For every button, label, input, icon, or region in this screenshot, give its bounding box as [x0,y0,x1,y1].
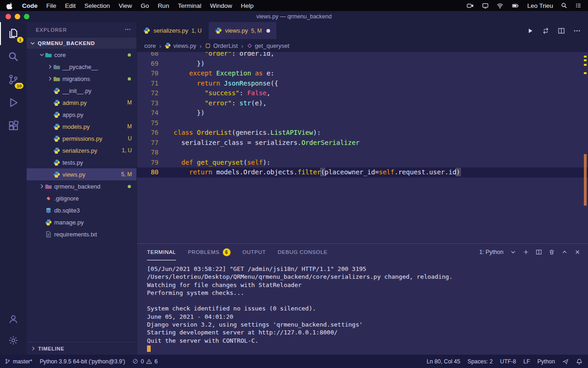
terminal-shell-selector[interactable]: 1: Python [479,249,503,255]
panel-tab-output[interactable]: OUTPUT [243,244,266,260]
run-debug-icon [8,97,19,108]
activitybar-search[interactable] [0,45,27,68]
tree-item-apps-py[interactable]: apps.py [27,109,136,121]
indentation-status[interactable]: Spaces: 2 [468,358,493,365]
code-text: return models.Order.objects.filter(place… [158,167,460,178]
tree-item-qrmenu-backend[interactable]: qrmenu_backend [27,180,136,192]
window-titlebar: views.py — qrmenu_backend [0,11,588,22]
tree-item-db-sqlite3[interactable]: db.sqlite3 [27,204,136,216]
code-text [158,118,174,128]
python-file-icon [53,111,60,118]
explorer-icon [8,28,19,39]
problems-status[interactable]: 06 [132,358,158,365]
wifi-icon[interactable] [497,2,503,9]
line-number: 73 [137,98,158,109]
language-mode-status[interactable]: Python [537,358,555,365]
tree-item-models-py[interactable]: models.pyM [27,121,136,132]
tree-item-tests-py[interactable]: tests.py [27,156,136,168]
menu-view[interactable]: View [119,2,132,9]
menubar-username[interactable]: Leo Trieu [527,2,553,9]
menu-selection[interactable]: Selection [85,2,110,9]
panel-tab-debug-console[interactable]: DEBUG CONSOLE [278,244,328,260]
chevron-right-icon [30,345,36,351]
activitybar-settings[interactable] [0,330,27,351]
unsaved-dot[interactable] [266,29,270,33]
git-status-badge: M [127,99,132,106]
panel-tab-terminal[interactable]: TERMINAL [147,244,176,260]
panel-tab-problems[interactable]: PROBLEMS6 [188,244,231,260]
breadcrumb-item-core[interactable]: core [144,42,156,49]
tree-item-manage-py[interactable]: manage.py [27,216,136,228]
cursor-position-status[interactable]: Ln 80, Col 45 [427,358,460,365]
menu-help[interactable]: Help [241,2,254,9]
maximize-panel-icon[interactable] [561,249,568,255]
tree-item-admin-py[interactable]: admin.pyM [27,97,136,109]
activitybar-source-control[interactable]: 10 [0,68,27,91]
menu-code[interactable]: Code [22,2,38,9]
spotlight-icon[interactable] [561,2,567,9]
split-terminal-icon[interactable] [536,249,542,255]
menu-edit[interactable]: Edit [65,2,76,9]
run-python-file-icon[interactable] [526,27,534,34]
terminal-output[interactable]: [05/Jun/2021 03:58:22] "GET /admin/jsi18… [137,260,588,352]
menu-file[interactable]: File [46,2,57,9]
activitybar-run-debug[interactable] [0,91,27,114]
menu-window[interactable]: Window [210,2,232,9]
tree-item-pycache[interactable]: __pycache__ [27,61,136,73]
menu-go[interactable]: Go [141,2,149,9]
menu-terminal[interactable]: Terminal [178,2,201,9]
breadcrumb-item-get-queryset[interactable]: get_queryset [247,42,289,49]
activitybar-explorer[interactable]: 1 [0,22,27,45]
editor-tab-serializers-py[interactable]: serializers.py1, U [137,22,209,39]
split-editor-icon[interactable] [558,27,565,34]
breadcrumb-item-orderlist[interactable]: OrderList [205,42,237,49]
battery-icon[interactable] [511,2,520,9]
timeline-section[interactable]: TIMELINE [27,342,136,355]
open-changes-icon[interactable] [542,27,549,34]
overview-mark [584,72,587,74]
editor-tab-views-py[interactable]: views.py5, M [209,22,277,39]
more-actions-icon[interactable] [124,26,131,33]
tree-item-core[interactable]: core [27,49,136,61]
eol-status[interactable]: LF [523,358,530,365]
kill-terminal-icon[interactable] [548,249,555,255]
settings-icon [8,335,18,345]
problems-count-badge: 6 [223,248,231,256]
code-line-77: 77 serializer_class = serializers.OrderS… [137,138,588,148]
warnings-icon [146,358,152,364]
control-center-icon[interactable] [575,2,582,9]
menu-run[interactable]: Run [158,2,169,9]
tree-item-views-py[interactable]: views.py5, M [27,168,136,180]
panel-tab-label: DEBUG CONSOLE [278,249,328,255]
tree-item-requirements-txt[interactable]: requirements.txt [27,228,136,240]
tree-item-permissions-py[interactable]: permissions.pyU [27,132,136,144]
more-actions-icon[interactable] [573,27,581,34]
breadcrumb-item-views-py[interactable]: views.py [164,42,196,49]
screen-recording-icon[interactable] [466,2,474,9]
git-modified-dot [128,53,131,57]
tree-item-gitignore[interactable]: .gitignore [27,192,136,204]
chevron-down-icon[interactable] [510,249,516,255]
tree-item-init-py[interactable]: __init__.py [27,85,136,97]
python-interpreter-status[interactable]: Python 3.9.5 64-bit ('python@3.9') [40,358,125,365]
code-editor[interactable]: 68 "order": order.id,69 })70 except Exce… [137,52,588,243]
git-branch-status[interactable]: master* [5,358,32,365]
explorer-root-folder[interactable]: QRMENU_BACKEND [27,38,136,49]
line-number: 80 [137,167,158,178]
display-icon[interactable] [482,2,489,9]
notifications-icon[interactable] [576,358,582,365]
python-file-icon [53,135,60,142]
tree-item-serializers-py[interactable]: serializers.py1, U [27,144,136,156]
tree-item-migrations[interactable]: migrations [27,73,136,85]
close-panel-icon[interactable] [574,249,581,255]
apple-menu-icon[interactable] [6,2,13,9]
activitybar-account[interactable] [0,309,27,330]
timeline-label: TIMELINE [38,346,64,351]
feedback-icon[interactable] [562,358,569,365]
code-line-76: 76class OrderList(generics.ListAPIView): [137,128,588,138]
encoding-status[interactable]: UTF-8 [500,358,516,365]
code-line-69: 69 }) [137,59,588,69]
line-number: 72 [137,88,158,98]
activitybar-extensions[interactable] [0,114,27,137]
new-terminal-icon[interactable] [523,249,529,255]
